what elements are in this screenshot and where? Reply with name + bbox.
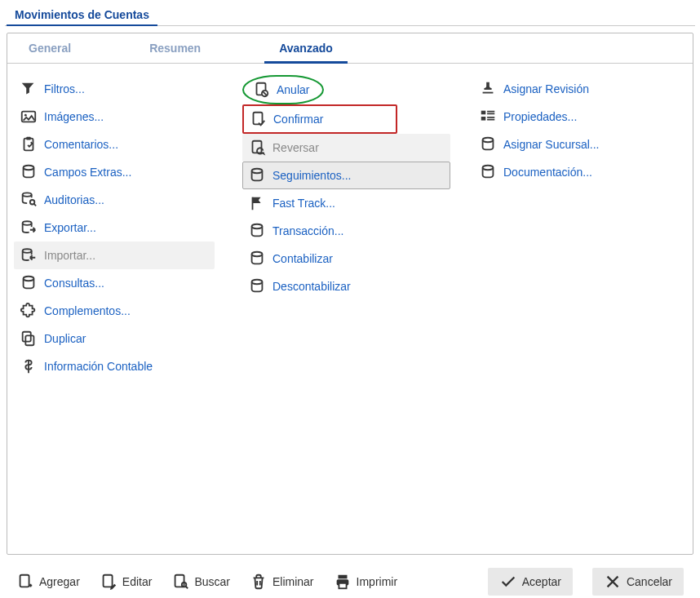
menu-label: Filtros... (44, 82, 85, 95)
db-search-icon (20, 191, 38, 209)
menu-label: Anular (277, 83, 309, 96)
buscar-button[interactable]: Buscar (171, 573, 230, 591)
menu-asignar-sucursal[interactable]: Asignar Sucursal... (473, 131, 685, 158)
filter-icon (20, 80, 38, 98)
menu-anular[interactable]: Anular (242, 75, 324, 104)
database-icon (248, 222, 266, 240)
menu-label: Asignar Sucursal... (503, 138, 600, 151)
menu-label: Consultas... (44, 277, 104, 290)
database-icon (479, 135, 497, 153)
tabstrip: General Resumen Avanzado (7, 33, 693, 64)
agregar-button[interactable]: Agregar (16, 573, 80, 591)
menu-duplicar[interactable]: Duplicar (14, 325, 215, 352)
database-icon (248, 166, 266, 184)
eliminar-button[interactable]: Eliminar (250, 573, 314, 591)
editar-button[interactable]: Editar (100, 573, 153, 591)
menu-label: Imágenes... (44, 110, 104, 123)
trash-icon (250, 573, 268, 591)
menu-info-contable[interactable]: Información Contable (14, 352, 215, 380)
menu-consultas[interactable]: Consultas... (14, 269, 215, 297)
menu-imagenes[interactable]: Imágenes... (14, 103, 215, 131)
database-icon (479, 163, 497, 181)
menu-label: Transacción... (272, 224, 343, 237)
menu-importar[interactable]: Importar... (14, 241, 215, 269)
menu-label: Propiedades... (503, 110, 577, 123)
doc-add-icon (16, 573, 34, 591)
panel-body: General Resumen Avanzado Filtros... Imág… (7, 33, 693, 555)
menu-complementos[interactable]: Complementos... (14, 297, 215, 325)
menu-reversar[interactable]: Reversar (242, 134, 450, 162)
menu-transaccion[interactable]: Transacción... (242, 217, 450, 245)
menu-label: Importar... (44, 249, 95, 262)
export-icon (20, 219, 38, 237)
import-icon (20, 246, 38, 264)
toolbar: Agregar Editar Buscar Eliminar Imprimir … (7, 561, 693, 598)
flag-icon (248, 194, 266, 212)
x-icon (604, 573, 622, 591)
dollar-icon (20, 357, 38, 375)
copy-icon (20, 330, 38, 348)
menu-asignar-revision[interactable]: Asignar Revisión (473, 75, 685, 103)
tab-general[interactable]: General (14, 33, 86, 64)
tab-resumen[interactable]: Resumen (135, 33, 215, 64)
menu-label: Contabilizar (272, 252, 333, 265)
button-label: Cancelar (627, 575, 672, 588)
menu-label: Duplicar (44, 332, 86, 345)
menu-label: Descontabilizar (272, 280, 351, 293)
print-icon (334, 573, 352, 591)
menu-seguimientos[interactable]: Seguimientos... (242, 162, 450, 189)
database-icon (248, 250, 266, 268)
menu-propiedades[interactable]: Propiedades... (473, 103, 685, 131)
tab-avanzado[interactable]: Avanzado (264, 33, 348, 64)
menu-label: Información Contable (44, 360, 153, 373)
menu-label: Reversar (272, 141, 319, 154)
menu-confirmar[interactable]: Confirmar (242, 104, 397, 134)
menu-descontabilizar[interactable]: Descontabilizar (242, 272, 450, 300)
database-icon (20, 163, 38, 181)
button-label: Editar (122, 575, 153, 588)
button-label: Eliminar (272, 575, 314, 588)
menu-label: Complementos... (44, 304, 131, 317)
menu-fast-track[interactable]: Fast Track... (242, 189, 450, 217)
menu-exportar[interactable]: Exportar... (14, 214, 215, 241)
menu-label: Seguimientos... (272, 169, 352, 182)
menu-comentarios[interactable]: Comentarios... (14, 131, 215, 158)
cancelar-button[interactable]: Cancelar (592, 568, 684, 596)
doc-check-icon (249, 110, 267, 128)
image-icon (20, 108, 38, 126)
doc-reverse-icon (248, 139, 266, 157)
properties-icon (479, 108, 497, 126)
menu-label: Documentación... (503, 166, 592, 179)
clipboard-icon (20, 135, 38, 153)
menu-documentacion[interactable]: Documentación... (473, 158, 685, 186)
menu-auditorias[interactable]: Auditorias... (14, 186, 215, 214)
menu-campos-extras[interactable]: Campos Extras... (14, 158, 215, 186)
menu-label: Auditorias... (44, 193, 104, 206)
imprimir-button[interactable]: Imprimir (334, 573, 398, 591)
menu-label: Campos Extras... (44, 166, 131, 179)
check-icon (499, 573, 517, 591)
button-label: Imprimir (357, 575, 398, 588)
database-icon (248, 277, 266, 295)
menu-filtros[interactable]: Filtros... (14, 75, 215, 103)
menu-contabilizar[interactable]: Contabilizar (242, 245, 450, 272)
menu-label: Exportar... (44, 221, 96, 234)
stamp-icon (479, 80, 497, 98)
menu-label: Confirmar (273, 113, 323, 126)
button-label: Buscar (194, 575, 230, 588)
menu-label: Comentarios... (44, 138, 118, 151)
button-label: Agregar (39, 575, 80, 588)
button-label: Aceptar (522, 575, 561, 588)
doc-search-icon (171, 573, 189, 591)
menu-label: Fast Track... (272, 197, 335, 210)
database-icon (20, 274, 38, 292)
puzzle-icon (20, 302, 38, 320)
doc-cancel-icon (252, 81, 270, 99)
menu-label: Asignar Revisión (503, 82, 589, 95)
aceptar-button[interactable]: Aceptar (488, 568, 573, 596)
window-title: Movimientos de Cuentas (7, 3, 157, 26)
doc-edit-icon (100, 573, 117, 591)
